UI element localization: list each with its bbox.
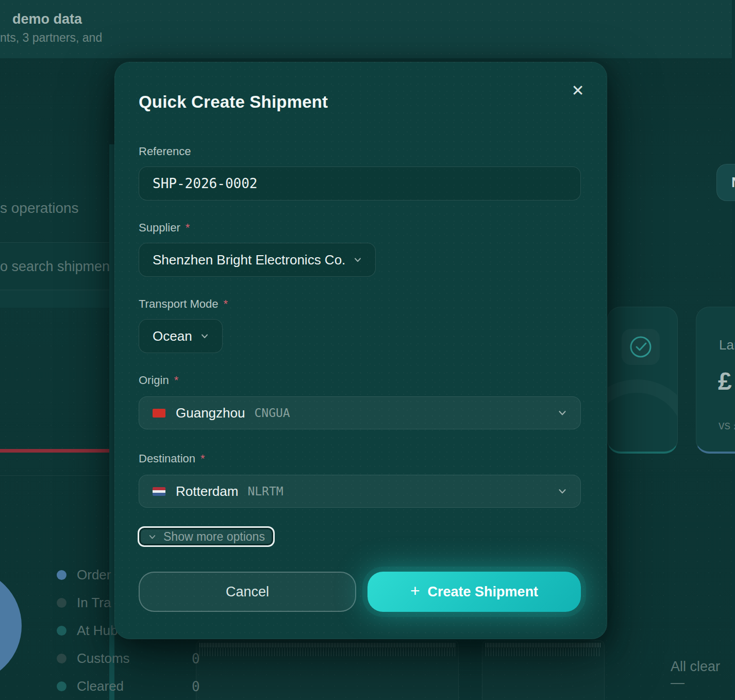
demo-banner-title: demo data	[12, 11, 82, 27]
legend-label: Cleared	[77, 678, 124, 694]
demo-data-banner: demo data nts, 3 partners, and	[0, 0, 735, 58]
supplier-select[interactable]: Shenzhen Bright Electronics Co.	[139, 243, 376, 277]
show-more-options-toggle[interactable]: Show more options	[138, 526, 275, 547]
modal-actions: Cancel + Create Shipment	[139, 572, 581, 612]
close-button[interactable]: ✕	[566, 79, 589, 102]
circle-check-icon	[628, 334, 654, 360]
card-watermark	[607, 379, 678, 454]
legend-dot	[57, 681, 66, 691]
china-flag-icon	[153, 409, 165, 418]
label-text: Destination	[139, 452, 195, 465]
create-shipment-button[interactable]: + Create Shipment	[368, 572, 581, 612]
origin-label: Origin*	[139, 374, 178, 387]
transport-mode-label: Transport Mode*	[139, 297, 228, 311]
destination-city: Rotterdam	[176, 484, 238, 499]
required-marker: *	[174, 374, 179, 387]
axis-ticks	[486, 648, 601, 656]
supplier-label: Supplier*	[139, 221, 190, 235]
legend-label: At Hub	[77, 623, 118, 639]
quick-create-shipment-modal: ✕ Quick Create Shipment Reference SHP-20…	[114, 62, 607, 639]
legend-dot	[57, 626, 66, 636]
legend-dot	[57, 570, 66, 580]
destination-port-code: NLRTM	[247, 485, 283, 498]
legend-label: In Tra	[77, 595, 111, 611]
metric-label-fragment: Lan	[719, 337, 735, 353]
cancel-label: Cancel	[226, 584, 269, 600]
status-donut-chart	[0, 569, 22, 683]
app-root: ber ning the CARVO beta. Your feedback s…	[0, 0, 735, 700]
search-placeholder-fragment: o search shipment	[0, 259, 114, 275]
axis-ticks	[199, 648, 455, 656]
timeline-chart-panel	[196, 640, 459, 700]
label-text: Reference	[139, 145, 191, 158]
all-clear-text-fragment: All clear —	[671, 659, 735, 691]
destination-label: Destination*	[139, 452, 205, 465]
axis-ticks	[486, 643, 601, 647]
new-shipment-button-fragment[interactable]: N	[716, 164, 735, 201]
destination-select[interactable]: Rotterdam NLRTM	[139, 475, 581, 508]
reference-value: SHP-2026-0002	[153, 176, 258, 191]
label-text: Transport Mode	[139, 297, 218, 310]
legend-label: Order	[77, 567, 111, 583]
axis-ticks	[199, 643, 455, 647]
legend-item-ordered: Order	[57, 567, 111, 583]
icon-plate	[622, 329, 660, 365]
legend-dot	[57, 598, 66, 608]
chevron-down-icon	[557, 486, 568, 497]
panel-divider-band	[0, 290, 113, 308]
origin-select[interactable]: Guangzhou CNGUA	[139, 396, 581, 429]
demo-banner-subtitle: nts, 3 partners, and	[0, 31, 102, 45]
status-metric-card[interactable]	[607, 307, 678, 454]
new-button-label-fragment: N	[731, 175, 735, 191]
close-icon: ✕	[571, 81, 584, 99]
netherlands-flag-icon	[153, 487, 165, 496]
create-shipment-label: Create Shipment	[428, 584, 539, 600]
supplier-value: Shenzhen Bright Electronics Co.	[153, 252, 345, 268]
chevron-down-icon	[353, 255, 363, 265]
origin-city: Guangzhou	[176, 405, 245, 421]
reference-input[interactable]: SHP-2026-0002	[139, 166, 581, 201]
required-marker: *	[201, 452, 205, 465]
chevron-down-icon	[147, 532, 157, 542]
cancel-button[interactable]: Cancel	[139, 572, 356, 612]
panel-divider	[0, 475, 112, 476]
legend-item-in-transit: In Tra	[57, 595, 111, 611]
legend-dot	[57, 654, 66, 663]
background-teal-strip	[109, 144, 114, 700]
secondary-chart-panel	[482, 640, 605, 700]
legend-item-at-hub: At Hub	[57, 623, 118, 639]
chevron-down-icon	[557, 407, 568, 419]
required-marker: *	[186, 221, 190, 234]
origin-port-code: CNGUA	[254, 406, 290, 420]
landed-cost-metric-card[interactable]: Lan £ vs £	[696, 307, 735, 454]
reference-label: Reference	[139, 145, 191, 158]
legend-item-customs: Customs 0	[57, 651, 130, 666]
label-text: Supplier	[139, 221, 180, 234]
transport-mode-value: Ocean	[153, 328, 192, 344]
show-more-label: Show more options	[163, 530, 265, 544]
transport-mode-select[interactable]: Ocean	[139, 319, 223, 353]
chevron-down-icon	[199, 331, 210, 341]
label-text: Origin	[139, 374, 169, 387]
legend-item-cleared: Cleared 0	[57, 678, 124, 694]
metric-compare-fragment: vs £	[719, 419, 735, 432]
legend-label: Customs	[77, 651, 130, 666]
metric-value-fragment: £	[718, 367, 732, 395]
modal-title: Quick Create Shipment	[139, 92, 328, 112]
operations-heading-fragment: s operations	[0, 200, 79, 216]
alert-card-accent-bar	[0, 449, 112, 453]
plus-icon: +	[410, 582, 420, 599]
required-marker: *	[223, 297, 228, 310]
